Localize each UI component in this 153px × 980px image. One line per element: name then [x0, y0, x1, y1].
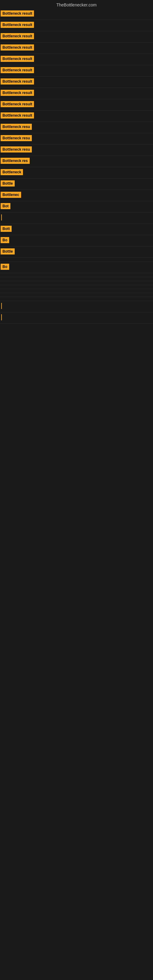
- list-item: Bottleneck result: [0, 43, 153, 54]
- bottleneck-result-badge: Bottleneck result: [1, 101, 34, 107]
- list-item: [0, 213, 153, 224]
- bottleneck-result-badge: Bottleneck result: [1, 33, 34, 39]
- bottleneck-result-badge: Bottleneck result: [1, 56, 34, 62]
- list-item: Bottleneck result: [0, 65, 153, 76]
- site-title-text: TheBottlenecker.com: [56, 2, 97, 7]
- bottleneck-result-badge: Bottleneck result: [1, 78, 34, 84]
- bottleneck-result-badge: Bottleneck res: [1, 158, 30, 164]
- list-item: Bottlenec: [0, 190, 153, 201]
- list-item: [0, 277, 153, 281]
- vertical-line-indicator: [1, 314, 2, 320]
- site-title: TheBottlenecker.com: [0, 0, 153, 9]
- list-item: Bottleneck result: [0, 20, 153, 31]
- list-item: Bottle: [0, 178, 153, 190]
- bottleneck-result-badge: Bottleneck result: [1, 112, 34, 119]
- list-item: [0, 312, 153, 324]
- list-item: Bot: [0, 201, 153, 213]
- bottleneck-result-badge: Bottleneck resu: [1, 124, 32, 130]
- list-item: Bottleneck resu: [0, 145, 153, 156]
- bottleneck-result-badge: Bottleneck result: [1, 22, 34, 28]
- list-item: Bottleneck: [0, 167, 153, 178]
- list-item: Bottleneck result: [0, 88, 153, 99]
- list-item: Bottleneck result: [0, 99, 153, 111]
- list-item: [0, 293, 153, 297]
- bottleneck-result-badge: Bottleneck result: [1, 10, 34, 16]
- list-item: Bottleneck resu: [0, 133, 153, 145]
- list-item: [0, 285, 153, 289]
- vertical-line-indicator: [1, 303, 2, 309]
- bottleneck-result-badge: Bottleneck: [1, 169, 23, 175]
- list-item: Bottle: [0, 247, 153, 258]
- list-item: Bottleneck result: [0, 9, 153, 20]
- bottleneck-result-badge: Bottle: [1, 248, 15, 255]
- list-item: Bottleneck resu: [0, 122, 153, 133]
- list-item: Bottleneck result: [0, 31, 153, 43]
- list-item: [0, 297, 153, 301]
- list-item: [0, 301, 153, 312]
- vertical-line-indicator: [1, 215, 2, 221]
- list-item: Bo: [0, 262, 153, 273]
- list-item: Bottleneck res: [0, 156, 153, 167]
- list-item: Bottleneck result: [0, 111, 153, 122]
- list-item: Bottleneck result: [0, 76, 153, 88]
- bottleneck-result-badge: Bottle: [1, 180, 15, 186]
- bottleneck-result-badge: Bo: [1, 264, 9, 270]
- bottleneck-result-badge: Bottleneck result: [1, 90, 34, 96]
- bottleneck-result-badge: Bottleneck result: [1, 67, 34, 73]
- list-item: [0, 289, 153, 293]
- list-item: [0, 258, 153, 262]
- bottleneck-result-badge: Bottleneck resu: [1, 146, 32, 153]
- bottleneck-result-badge: Bottlenec: [1, 192, 21, 198]
- list-item: [0, 281, 153, 285]
- bottleneck-result-badge: Bott: [1, 226, 12, 232]
- bottleneck-result-badge: Bot: [1, 203, 10, 209]
- list-item: Bott: [0, 224, 153, 235]
- list-item: Bottleneck result: [0, 54, 153, 65]
- bottleneck-result-badge: Bottleneck resu: [1, 135, 32, 141]
- list-item: [0, 273, 153, 277]
- bottleneck-result-badge: Bottleneck result: [1, 45, 34, 51]
- bottleneck-result-badge: Bo: [1, 237, 9, 243]
- list-item: Bo: [0, 235, 153, 247]
